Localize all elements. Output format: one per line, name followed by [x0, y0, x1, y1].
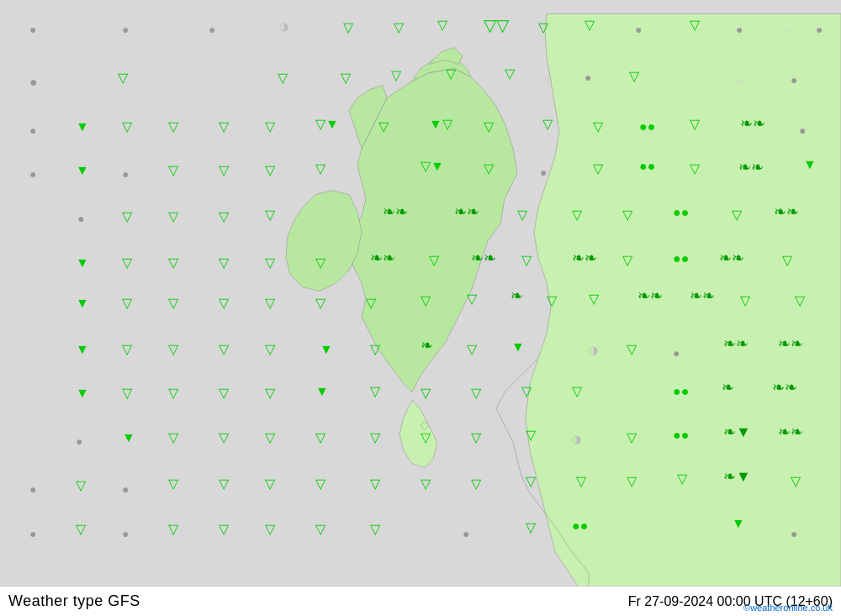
wx-symbol: ▽: [122, 387, 132, 400]
wx-symbol: ▽: [118, 71, 128, 85]
wx-symbol: ▽: [572, 208, 582, 222]
map-container: ● ● ● ◑ ▽ ▽ ▽ ▽▽ ▽ ▽ ● ▽ ● ○ ● ● ▽ ○ ▽ ▽…: [0, 0, 841, 616]
wx-symbol: ●: [77, 213, 84, 224]
wx-symbol: ◑: [572, 434, 581, 445]
wx-symbol: ▼: [76, 120, 89, 134]
wx-symbol: ▽: [168, 477, 178, 491]
wx-symbol: ▽: [315, 297, 325, 310]
wx-symbol: ▽: [265, 208, 275, 222]
wx-symbol: ◑: [279, 21, 288, 32]
wx-symbol: ●: [635, 24, 642, 35]
wx-symbol: ▽: [122, 120, 132, 134]
wx-symbol: ❧❧: [723, 336, 748, 351]
wx-symbol: ❧❧: [454, 204, 479, 219]
wx-symbol: ▼▽: [429, 118, 452, 131]
wx-symbol: ❧❧: [637, 288, 663, 303]
wx-symbol: ❧▼: [723, 424, 751, 440]
wx-symbol: ▽: [366, 297, 376, 310]
wx-symbol: ▽: [168, 431, 178, 445]
wx-symbol: ▽: [76, 523, 86, 536]
wx-symbol: ▽: [219, 120, 229, 134]
wx-symbol: ❧❧: [370, 250, 395, 266]
wx-symbol: ●: [29, 483, 36, 495]
wx-symbol: ▽: [122, 343, 132, 356]
wx-symbol: ▼: [76, 256, 89, 270]
wx-symbol: ▽: [420, 477, 431, 491]
wx-symbol: ▽: [315, 523, 325, 536]
wx-symbol: ▽: [622, 208, 632, 222]
wx-symbol: ❧❧: [719, 250, 744, 266]
wx-symbol: ▽: [394, 21, 404, 34]
wx-symbol: ▽: [219, 256, 229, 270]
wx-symbol: ●: [29, 24, 36, 35]
wx-symbol: ▽▼: [420, 160, 444, 173]
wx-symbol: ▽: [690, 162, 700, 176]
watermark: ©weatheronline.co.uk: [743, 603, 833, 613]
wx-symbol: ●: [816, 24, 822, 35]
wx-symbol: ●: [540, 166, 547, 178]
wx-symbol: ●: [791, 74, 797, 86]
wx-symbol: ●: [584, 71, 591, 83]
wx-symbol: ○: [206, 74, 213, 86]
wx-symbol: ▽: [622, 254, 632, 267]
wx-symbol: ▽: [219, 523, 229, 536]
wx-symbol: ▽: [265, 164, 275, 177]
bottom-bar: Weather type GFS Fr 27-09-2024 00:00 UTC…: [0, 586, 841, 616]
wx-symbol: ○: [736, 76, 743, 87]
wx-symbol: ▽: [526, 521, 536, 534]
wx-symbol: ●: [122, 168, 129, 180]
wx-symbol: ▼: [76, 297, 89, 310]
wx-symbol: ▽: [168, 256, 178, 270]
wx-symbol: ❧❧: [778, 424, 803, 440]
wx-symbol: ▽: [315, 256, 325, 270]
wx-symbol: ▽: [378, 120, 389, 134]
wx-symbol: ❧❧: [690, 288, 715, 303]
wx-symbol: ○: [786, 24, 793, 35]
wx-symbol: ❧❧: [738, 160, 764, 175]
wx-symbol: ▽: [315, 431, 325, 445]
wx-symbol: ❧▼: [723, 469, 751, 484]
wx-symbol: ▽: [370, 431, 380, 445]
wx-symbol: ●●: [673, 206, 689, 219]
wx-symbol: ▽: [420, 294, 431, 308]
wx-symbol: ●: [799, 124, 806, 136]
wx-symbol: ▼: [511, 340, 525, 354]
wx-symbol: ●: [209, 24, 215, 35]
wx-symbol: ▽: [265, 343, 275, 356]
wx-symbol: ▽: [627, 431, 637, 445]
wx-symbol: ○: [555, 347, 562, 359]
wx-symbol: ▼: [315, 385, 329, 398]
wx-symbol: ▽: [219, 343, 229, 356]
wx-symbol: ▽: [732, 208, 742, 222]
wx-symbol: ◑: [589, 345, 598, 355]
wx-symbol: ▽: [219, 387, 229, 400]
wx-symbol: ○: [29, 347, 36, 359]
wx-symbol: ●: [29, 168, 36, 180]
wx-symbol: ▽: [265, 297, 275, 310]
wx-symbol: ▽: [547, 294, 557, 308]
wx-symbol: ▽: [265, 523, 275, 536]
wx-symbol: ❧❧: [772, 380, 797, 395]
wx-symbol: ▽: [437, 18, 447, 32]
wx-symbol: ▽: [341, 71, 351, 85]
wx-symbol: ●●: [572, 519, 588, 533]
wx-symbol: ▽: [265, 387, 275, 400]
wx-symbol: ❧❧: [471, 250, 496, 266]
wx-symbol: ▽: [538, 21, 548, 34]
wx-symbol: ▽: [429, 254, 439, 267]
wx-symbol: ▽▼: [315, 118, 339, 131]
wx-symbol: ▽: [627, 343, 637, 356]
wx-symbol: ▽: [370, 477, 380, 491]
wx-symbol: ▽: [265, 477, 275, 491]
wx-symbol: ●: [122, 24, 129, 35]
wx-symbol: ▽▽: [484, 17, 509, 34]
wx-symbol: ❧: [722, 380, 734, 395]
wx-symbol: ▽: [420, 431, 431, 445]
wx-symbol: ●: [736, 24, 743, 35]
wx-symbol: ▽: [219, 210, 229, 224]
wx-symbol: ▽: [782, 254, 792, 267]
wx-symbol: ●●: [673, 429, 689, 442]
wx-symbol: ▽: [168, 164, 178, 177]
wx-symbol: ▼: [803, 158, 817, 171]
wx-symbol: ▼: [320, 343, 333, 356]
